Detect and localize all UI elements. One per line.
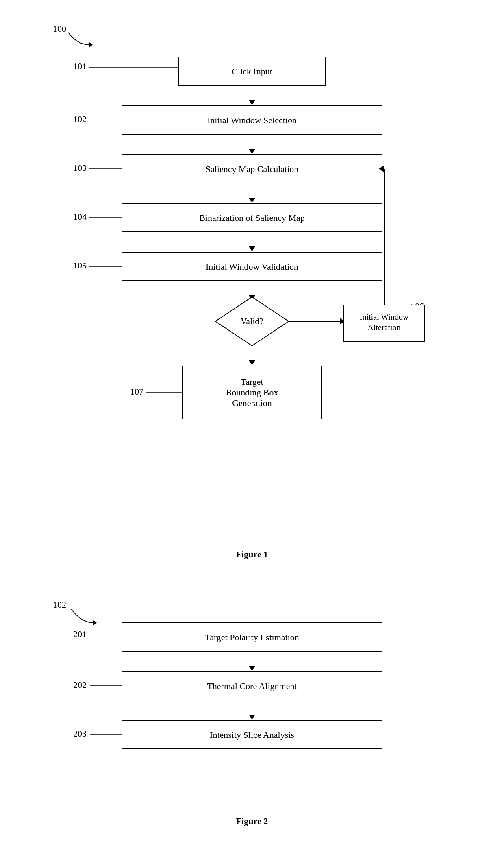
figure2-caption: Figure 2 [24, 816, 480, 827]
figure1-caption-text: Figure 1 [236, 549, 268, 559]
figure2-caption-text: Figure 2 [236, 816, 268, 826]
label-100: 100 [53, 24, 66, 34]
figure1-caption: Figure 1 [24, 549, 480, 560]
arrowhead4 [249, 246, 255, 251]
arrowhead2 [249, 149, 255, 154]
label-102-svg: 102 [53, 596, 126, 629]
label-102-fig2: 102 [53, 600, 66, 610]
figure2-container: 102 201 Target Polarity Estimation 202 T… [24, 576, 480, 827]
alteration-text1: Initial Window [360, 312, 409, 321]
ref-102: 102 [73, 114, 87, 124]
ref-104: 104 [73, 212, 87, 222]
arrowhead1 [249, 100, 255, 105]
arrowhead-f2-1 [249, 666, 255, 671]
binarization-text: Binarization of Saliency Map [199, 213, 305, 223]
figure1-container: 100 101 Click Input 102 Initial Window S… [24, 16, 480, 560]
arrow-102 [93, 620, 97, 625]
saliency-map-text: Saliency Map Calculation [206, 164, 299, 174]
ref-202: 202 [73, 680, 87, 690]
intensity-text: Intensity Slice Analysis [210, 730, 294, 740]
initial-window-selection-text: Initial Window Selection [207, 115, 297, 125]
ref-107: 107 [130, 386, 143, 397]
curve-102 [71, 609, 93, 623]
page: 100 101 Click Input 102 Initial Window S… [0, 0, 504, 866]
ref-201: 201 [73, 629, 87, 639]
target-bbox-text3: Generation [232, 398, 272, 408]
validation-text: Initial Window Validation [206, 262, 298, 272]
arrowhead-f2-2 [249, 715, 255, 720]
ref-203: 203 [73, 729, 87, 739]
target-bbox-text1: Target [241, 377, 263, 387]
alteration-text2: Alteration [367, 323, 400, 332]
ref-103: 103 [73, 163, 87, 173]
label-100-svg: 100 [53, 20, 118, 49]
arrow-100 [89, 42, 93, 47]
curve-100 [68, 33, 89, 45]
target-bbox-text2: Bounding Box [226, 387, 278, 397]
figure1-svg: 101 Click Input 102 Initial Window Selec… [28, 24, 476, 537]
polarity-text: Target Polarity Estimation [205, 632, 299, 642]
thermal-text: Thermal Core Alignment [207, 681, 297, 691]
click-input-text: Click Input [232, 66, 272, 76]
arrowhead3 [249, 198, 255, 203]
ref-101: 101 [73, 61, 87, 71]
yes-arrowhead [249, 360, 255, 365]
diamond-text: Valid? [241, 316, 263, 326]
ref-105: 105 [73, 260, 87, 270]
